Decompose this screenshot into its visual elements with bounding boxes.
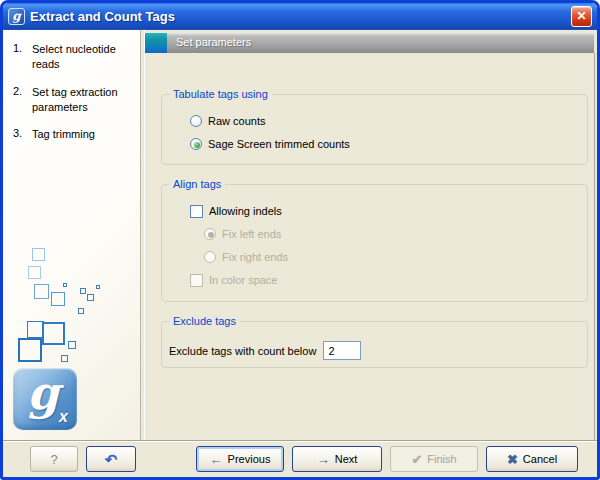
reset-button[interactable]: ↶: [86, 446, 136, 472]
header-accent-square: [145, 33, 167, 53]
radio-icon: [204, 228, 216, 240]
main-panel: Set parameters Tabulate tags using Raw c…: [145, 30, 597, 440]
checkbox-icon: [190, 205, 203, 218]
group-title: Tabulate tags using: [169, 88, 272, 100]
step-list: 1. Select nucleotide reads 2. Set tag ex…: [13, 42, 140, 142]
step-label: Set tag extraction parameters: [32, 85, 132, 115]
window-title: Extract and Count Tags: [30, 9, 566, 24]
step-label: Select nucleotide reads: [32, 42, 132, 72]
step-label: Tag trimming: [32, 127, 132, 142]
next-label: Next: [335, 453, 358, 465]
radio-option-fix-left-ends: Fix left ends: [204, 226, 587, 242]
group-title: Exclude tags: [169, 315, 240, 327]
group-exclude-tags: Exclude tags Exclude tags with count bel…: [161, 315, 588, 368]
radio-icon: [190, 115, 202, 127]
checkbox-allowing-indels[interactable]: Allowing indels: [190, 203, 587, 219]
cancel-label: Cancel: [523, 453, 557, 465]
radio-label: Fix right ends: [222, 251, 288, 263]
logo-letter-g: g: [27, 366, 59, 420]
undo-arrow-icon: ↶: [105, 452, 118, 467]
exclude-count-input[interactable]: [323, 341, 361, 360]
radio-option-sage-screen-trimmed-counts[interactable]: Sage Screen trimmed counts: [190, 136, 587, 152]
x-icon: ✖: [507, 453, 518, 466]
finish-label: Finish: [427, 453, 456, 465]
finish-button: ✔ Finish: [390, 446, 478, 472]
group-align-tags: Align tags Allowing indels Fix left ends…: [161, 178, 588, 302]
wizard-dialog: g Extract and Count Tags ✕ 1. Select nuc…: [0, 0, 600, 480]
exclude-count-label: Exclude tags with count below: [169, 345, 316, 357]
step-number: 1.: [13, 42, 27, 72]
radio-label: Fix left ends: [222, 228, 281, 240]
group-title: Align tags: [169, 178, 225, 190]
arrow-left-icon: ←: [210, 453, 223, 466]
exclude-count-row: Exclude tags with count below: [169, 341, 587, 360]
checkbox-icon: [190, 274, 203, 287]
checkbox-label: Allowing indels: [209, 205, 282, 217]
parameters-form: Tabulate tags using Raw counts Sage Scre…: [145, 53, 595, 440]
previous-label: Previous: [228, 453, 271, 465]
step-header-bar: Set parameters: [145, 33, 594, 53]
step-header-title: Set parameters: [167, 33, 594, 53]
previous-button[interactable]: ← Previous: [196, 446, 284, 472]
checkbox-in-color-space: In color space: [190, 272, 587, 288]
wizard-button-bar: ? ↶ ← Previous → Next ✔ Finish ✖ Cancel: [3, 440, 597, 477]
checkmark-icon: ✔: [411, 453, 422, 466]
radio-option-fix-right-ends: Fix right ends: [204, 249, 587, 265]
app-icon: g: [8, 8, 25, 25]
wizard-steps-sidebar: 1. Select nucleotide reads 2. Set tag ex…: [3, 30, 140, 440]
arrow-right-icon: →: [317, 453, 330, 466]
step-item-1: 1. Select nucleotide reads: [13, 42, 140, 72]
radio-icon: [204, 251, 216, 263]
step-number: 3.: [13, 127, 27, 142]
step-number: 2.: [13, 85, 27, 115]
group-tabulate-tags: Tabulate tags using Raw counts Sage Scre…: [161, 88, 588, 165]
checkbox-label: In color space: [209, 274, 277, 286]
radio-label: Sage Screen trimmed counts: [208, 138, 350, 150]
radio-option-raw-counts[interactable]: Raw counts: [190, 113, 587, 129]
close-button[interactable]: ✕: [571, 6, 592, 27]
step-item-3: 3. Tag trimming: [13, 127, 140, 142]
gx-logo: g x: [13, 368, 77, 430]
radio-label: Raw counts: [208, 115, 265, 127]
radio-icon: [190, 138, 202, 150]
help-button[interactable]: ?: [30, 446, 78, 472]
logo-letter-x: x: [59, 408, 68, 426]
next-button[interactable]: → Next: [292, 446, 382, 472]
title-bar: g Extract and Count Tags ✕: [3, 3, 597, 30]
step-item-2: 2. Set tag extraction parameters: [13, 85, 140, 115]
cancel-button[interactable]: ✖ Cancel: [486, 446, 578, 472]
